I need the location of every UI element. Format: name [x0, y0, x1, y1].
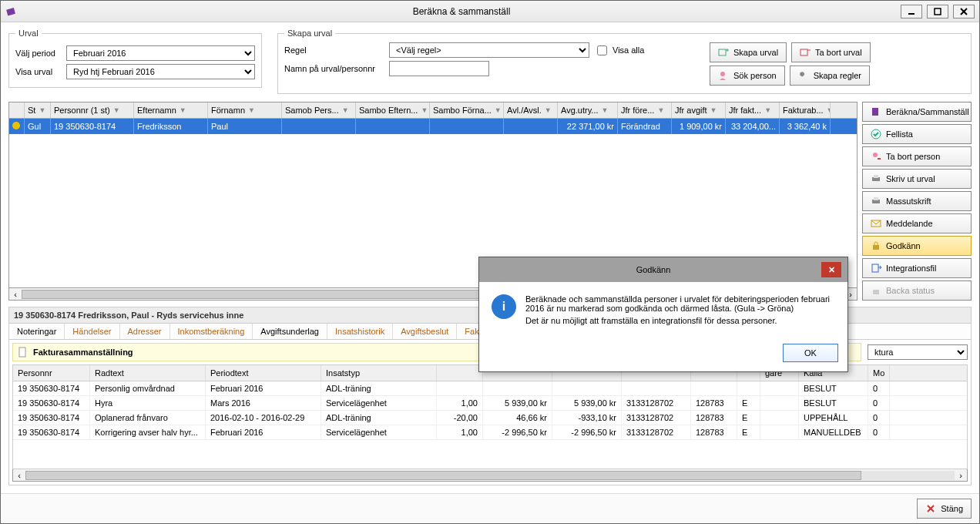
filter-icon[interactable]: ▼	[602, 106, 609, 114]
faktura-select[interactable]: ktura	[868, 344, 968, 360]
col-samob[interactable]: Samob Pers...▼	[282, 102, 356, 118]
svg-rect-2	[935, 8, 941, 15]
skapa-urval-panel: Skapa urval Regel <Välj regel> Visa alla…	[277, 29, 972, 94]
filter-icon[interactable]: ▼	[827, 106, 831, 114]
tab-avgiftsunderlag[interactable]: Avgiftsunderlag	[253, 324, 327, 339]
filter-icon[interactable]: ▼	[545, 106, 552, 114]
skriv-ut-urval-button[interactable]: Skriv ut urval	[862, 169, 972, 189]
svg-rect-21	[872, 264, 878, 272]
godkann-button[interactable]: Godkänn	[862, 236, 972, 256]
ta-bort-urval-button[interactable]: Ta bort urval	[791, 42, 871, 62]
check-circle-icon	[871, 129, 881, 139]
filter-icon[interactable]: ▼	[495, 106, 502, 114]
ta-bort-person-button[interactable]: Ta bort person	[862, 146, 972, 166]
tab-avgiftsbeslut[interactable]: Avgiftsbeslut	[393, 324, 457, 339]
dialog-close-button[interactable]: ✕	[821, 262, 841, 277]
svg-rect-22	[873, 290, 879, 294]
col-jfrfakt[interactable]: Jfr fakt...▼	[726, 102, 780, 118]
col-avgutry[interactable]: Avg.utry...▼	[558, 102, 618, 118]
filter-icon[interactable]: ▼	[710, 106, 717, 114]
detail-grid[interactable]: Personnr Radtext Periodtext Insatstyp ga…	[12, 364, 968, 469]
filter-icon[interactable]: ▼	[342, 106, 349, 114]
col-fakturab[interactable]: Fakturab...▼	[780, 102, 831, 118]
filter-icon[interactable]: ▼	[248, 106, 255, 114]
table-row[interactable]: 19 350630-8174Personlig omvårdnadFebruar…	[13, 381, 967, 396]
fellista-button[interactable]: Fellista	[862, 124, 972, 144]
svg-point-13	[873, 153, 878, 157]
skapa-legend: Skapa urval	[284, 29, 335, 38]
svg-rect-11	[872, 108, 878, 116]
integrationsfil-button[interactable]: Integrationsfil	[862, 258, 972, 278]
col-samboF[interactable]: Sambo Förna...▼	[430, 102, 504, 118]
table-row[interactable]: 19 350630-8174Oplanerad frånvaro2016-02-…	[13, 411, 967, 425]
col-efternamn[interactable]: Efternamn▼	[134, 102, 208, 118]
col-samboE[interactable]: Sambo Eftern...▼	[356, 102, 430, 118]
col-fornamn[interactable]: Förnamn▼	[208, 102, 282, 118]
app-window: Beräkna & sammanställ Urval Välj period …	[0, 0, 980, 524]
tab-inkomstberakning[interactable]: Inkomstberäkning	[170, 324, 253, 339]
table-minus-icon	[800, 47, 811, 58]
filter-icon[interactable]: ▼	[113, 106, 120, 114]
svg-rect-5	[719, 49, 726, 55]
namn-input[interactable]	[389, 61, 489, 76]
col-indicator[interactable]	[9, 102, 25, 118]
svg-rect-16	[874, 175, 878, 178]
regel-select[interactable]: <Välj regel>	[389, 42, 589, 58]
dcol-5[interactable]	[437, 365, 483, 381]
urval-panel: Urval Välj period Februari 2016 Visa urv…	[8, 29, 262, 88]
table-row[interactable]: Gul 19 350630-8174 Fredriksson Paul 22 3…	[9, 119, 857, 134]
tab-adresser[interactable]: Adresser	[120, 324, 170, 339]
visa-urval-select[interactable]: Ryd htj Februari 2016	[66, 64, 255, 79]
tab-noteringar[interactable]: Noteringar	[9, 324, 65, 339]
unlock-icon	[871, 285, 881, 296]
col-avl[interactable]: Avl./Avsl.▼	[504, 102, 558, 118]
stang-button[interactable]: Stäng	[917, 499, 972, 519]
app-icon	[5, 5, 18, 18]
filter-icon[interactable]: ▼	[421, 106, 428, 114]
close-icon	[925, 503, 936, 514]
namn-label: Namn på urval/personnr	[284, 64, 384, 73]
meddelande-button[interactable]: Meddelande	[862, 213, 972, 233]
filter-icon[interactable]: ▼	[764, 106, 771, 114]
col-jfrfore[interactable]: Jfr före...▼	[618, 102, 672, 118]
valj-period-select[interactable]: Februari 2016	[66, 45, 255, 61]
ok-button[interactable]: OK	[783, 344, 838, 362]
visa-urval-label: Visa urval	[15, 67, 62, 76]
massutskrift-button[interactable]: Massutskrift	[862, 191, 972, 211]
window-title: Beräkna & sammanställ	[22, 6, 901, 17]
maximize-button[interactable]	[927, 5, 948, 18]
table-row[interactable]: 19 350630-8174HyraMars 2016Servicelägenh…	[13, 396, 967, 411]
filter-icon[interactable]: ▼	[180, 106, 186, 114]
col-jfravgift[interactable]: Jfr avgift▼	[672, 102, 726, 118]
col-st[interactable]: St▼	[25, 102, 51, 118]
dialog-message: Beräknade och sammanställda personer i u…	[525, 294, 835, 325]
tab-insatshistorik[interactable]: Insatshistorik	[327, 324, 393, 339]
backa-status-button[interactable]: Backa status	[862, 280, 972, 301]
skapa-urval-button[interactable]: Skapa urval	[710, 42, 787, 62]
skapa-regler-button[interactable]: Skapa regler	[790, 66, 870, 86]
visa-alla-checkbox[interactable]: Visa alla	[594, 43, 694, 58]
person-search-icon	[718, 70, 729, 81]
detail-hscroll[interactable]: ‹›	[12, 469, 968, 482]
dcol-personnr[interactable]: Personnr	[13, 365, 90, 381]
tab-handelser[interactable]: Händelser	[65, 324, 119, 339]
wrench-icon	[798, 70, 809, 81]
filter-icon[interactable]: ▼	[657, 106, 664, 114]
minimize-button[interactable]	[901, 5, 922, 18]
col-personnr[interactable]: Personnr (1 st)▼	[51, 102, 134, 118]
file-arrow-icon	[871, 263, 881, 274]
dcol-mo[interactable]: Mo	[868, 365, 890, 381]
table-row[interactable]: 19 350630-8174Korrigering avser halv hyr…	[13, 425, 967, 440]
godkann-dialog: Godkänn ✕ i Beräknade och sammanställda …	[478, 257, 848, 372]
berakna-button[interactable]: Beräkna/Sammanställ	[862, 102, 972, 122]
filter-icon[interactable]: ▼	[39, 106, 45, 114]
dcol-periodtext[interactable]: Periodtext	[206, 365, 321, 381]
dcol-insatstyp[interactable]: Insatstyp	[321, 365, 437, 381]
regel-label: Regel	[284, 45, 384, 55]
sok-person-button[interactable]: Sök person	[710, 66, 785, 86]
dcol-radtext[interactable]: Radtext	[90, 365, 206, 381]
document-icon	[18, 347, 29, 358]
dialog-titlebar[interactable]: Godkänn ✕	[479, 257, 847, 282]
printer-icon	[871, 196, 881, 207]
close-button[interactable]	[953, 5, 975, 18]
